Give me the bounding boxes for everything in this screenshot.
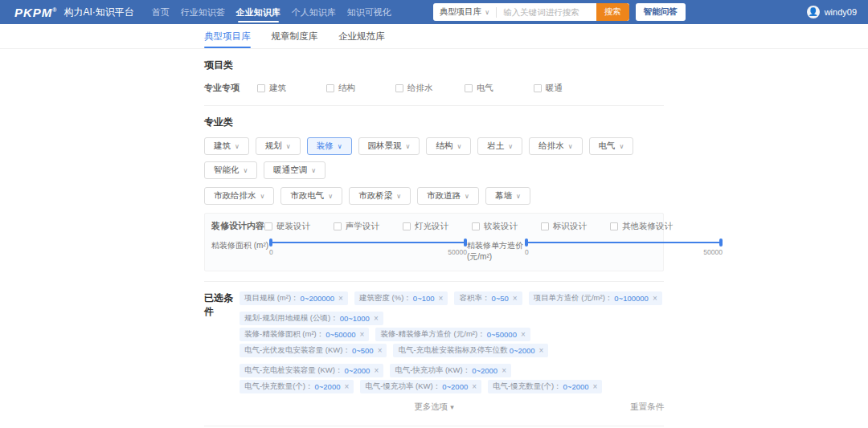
- decoration-checkbox-item[interactable]: 硬装设计: [264, 221, 334, 232]
- nav-item[interactable]: 企业知识库: [236, 0, 280, 24]
- smart-qa-button[interactable]: 智能问答: [636, 3, 686, 21]
- discipline-label: 给排水: [538, 141, 564, 152]
- checkbox-icon[interactable]: [326, 84, 334, 92]
- discipline-label: 规划: [265, 141, 282, 152]
- divider: [204, 105, 664, 106]
- decoration-checkbox-item[interactable]: 灯光设计: [403, 221, 472, 232]
- decoration-checkbox-item[interactable]: 其他装修设计: [610, 221, 679, 232]
- tag-close-icon[interactable]: ×: [593, 383, 598, 391]
- nav-item[interactable]: 个人知识库: [292, 0, 336, 24]
- discipline-label: 结构: [436, 141, 452, 152]
- checkbox-icon[interactable]: [472, 222, 480, 230]
- search-button[interactable]: 搜索: [596, 3, 629, 21]
- filter-tag-value: 0~50: [491, 294, 508, 303]
- tag-close-icon[interactable]: ×: [653, 295, 657, 303]
- reset-conditions-button[interactable]: 重置条件: [630, 402, 664, 413]
- specialty-checkbox-item[interactable]: 电气: [465, 83, 534, 94]
- main-content: 项目类 专业专项 建筑 结构 给排水 电气 暖通 专业类: [204, 59, 664, 428]
- discipline-dropdown-button[interactable]: 智能化 ∨: [204, 161, 257, 179]
- discipline-dropdown-button[interactable]: 园林景观 ∨: [358, 137, 420, 155]
- tag-close-icon[interactable]: ×: [539, 347, 544, 355]
- checkbox-icon[interactable]: [257, 84, 265, 92]
- discipline-dropdown-button[interactable]: 市政电气 ∨: [280, 187, 342, 205]
- search-category-select[interactable]: 典型项目库 ∨: [433, 6, 496, 18]
- discipline-dropdown-button[interactable]: 市政道路 ∨: [417, 187, 479, 205]
- discipline-dropdown-button[interactable]: 给排水 ∨: [529, 137, 582, 155]
- checkbox-icon[interactable]: [541, 222, 549, 230]
- checkbox-icon[interactable]: [395, 84, 403, 92]
- discipline-dropdown-button[interactable]: 市政桥梁 ∨: [349, 187, 411, 205]
- user-avatar-icon: 👤: [807, 6, 820, 18]
- specialty-checkbox-item[interactable]: 建筑: [257, 83, 326, 94]
- library-tab[interactable]: 企业规范库: [338, 24, 385, 48]
- checkbox-icon[interactable]: [264, 222, 272, 230]
- discipline-label: 装修: [317, 141, 334, 152]
- filter-tag-label: 电气-充电桩安装容量 (KW)：: [244, 365, 342, 376]
- slider-line: [269, 242, 467, 243]
- nav-item[interactable]: 行业知识荟: [181, 0, 225, 24]
- checkbox-label: 标识设计: [553, 221, 587, 232]
- discipline-dropdown-button[interactable]: 电气 ∨: [589, 137, 634, 155]
- slider-label: 精装修单方造价(元/m²): [467, 238, 525, 263]
- library-tab[interactable]: 典型项目库: [204, 24, 251, 48]
- decoration-checkbox-item[interactable]: 软装设计: [472, 221, 541, 232]
- slider-handle-min[interactable]: [525, 238, 528, 247]
- decoration-checkbox-item[interactable]: 声学设计: [334, 221, 403, 232]
- discipline-dropdown-button[interactable]: 幕墙 ∨: [485, 187, 530, 205]
- checkbox-icon[interactable]: [334, 222, 342, 230]
- tag-close-icon[interactable]: ×: [338, 295, 343, 303]
- search-input[interactable]: [497, 7, 596, 17]
- checkbox-label: 结构: [338, 83, 355, 94]
- range-slider: 0 50000: [525, 238, 723, 263]
- slider-handle-max[interactable]: [719, 238, 723, 247]
- checkbox-icon[interactable]: [610, 222, 618, 230]
- checkbox-icon[interactable]: [403, 222, 411, 230]
- tag-close-icon[interactable]: ×: [521, 331, 526, 339]
- specialty-checkbox-item[interactable]: 结构: [326, 83, 395, 94]
- tag-close-icon[interactable]: ×: [374, 367, 379, 375]
- slider-handle-min[interactable]: [269, 238, 272, 247]
- discipline-dropdown-button[interactable]: 规划 ∨: [256, 137, 301, 155]
- specialty-checkbox-item[interactable]: 给排水: [395, 83, 465, 94]
- discipline-label: 电气: [599, 141, 616, 152]
- specialty-checkbox-item[interactable]: 暖通: [534, 83, 603, 94]
- checkbox-icon[interactable]: [465, 84, 473, 92]
- library-tab[interactable]: 规章制度库: [272, 24, 318, 48]
- tag-close-icon[interactable]: ×: [439, 295, 444, 303]
- discipline-dropdown-button[interactable]: 结构 ∨: [426, 137, 471, 155]
- username: windy09: [825, 7, 857, 17]
- decoration-content-row: 装修设计内容 硬装设计 声学设计 灯光设计 软装设计 标识设计: [211, 220, 657, 232]
- slider-track[interactable]: [269, 238, 467, 247]
- filter-tag-value: 0~2000: [510, 346, 535, 355]
- tag-close-icon[interactable]: ×: [359, 331, 364, 339]
- discipline-dropdown-button[interactable]: 装修 ∨: [307, 137, 352, 155]
- discipline-dropdown-button[interactable]: 市政给排水 ∨: [204, 187, 274, 205]
- tag-close-icon[interactable]: ×: [374, 315, 379, 323]
- tag-close-icon[interactable]: ×: [378, 347, 383, 355]
- filter-tag-label: 电气-快充数量(个)：: [244, 381, 313, 392]
- chevron-down-icon: ∨: [311, 167, 316, 174]
- filter-tag-label: 装修-精装修单方造价 (元/m²)：: [380, 329, 485, 340]
- discipline-dropdown-button[interactable]: 建筑 ∨: [204, 137, 249, 155]
- user-menu[interactable]: 👤 windy09: [807, 6, 857, 18]
- more-options-toggle[interactable]: 更多选项 ▾: [414, 402, 453, 413]
- discipline-label: 智能化: [214, 165, 240, 176]
- slider-min-value: 0: [269, 248, 273, 256]
- tag-close-icon[interactable]: ×: [344, 383, 349, 391]
- filter-tag-value: 0~2000: [472, 366, 497, 375]
- slider-max-value: 50000: [703, 248, 723, 256]
- nav-item[interactable]: 首页: [152, 0, 170, 24]
- discipline-label: 暖通空调: [273, 165, 307, 176]
- nav-item[interactable]: 知识可视化: [347, 0, 391, 24]
- slider-handle-max[interactable]: [464, 238, 467, 247]
- discipline-dropdown-button[interactable]: 岩土 ∨: [477, 137, 522, 155]
- decoration-checkbox-item[interactable]: 标识设计: [541, 221, 610, 232]
- checkbox-icon[interactable]: [534, 84, 542, 92]
- filter-tag-label: 电气-慢充功率 (KW)：: [365, 381, 440, 392]
- tag-close-icon[interactable]: ×: [502, 367, 506, 375]
- slider-track[interactable]: [525, 238, 723, 247]
- discipline-dropdown-button[interactable]: 暖通空调 ∨: [264, 161, 326, 179]
- tag-close-icon[interactable]: ×: [513, 295, 518, 303]
- filter-tag-value: 0~2000: [563, 382, 589, 391]
- tag-close-icon[interactable]: ×: [472, 383, 477, 391]
